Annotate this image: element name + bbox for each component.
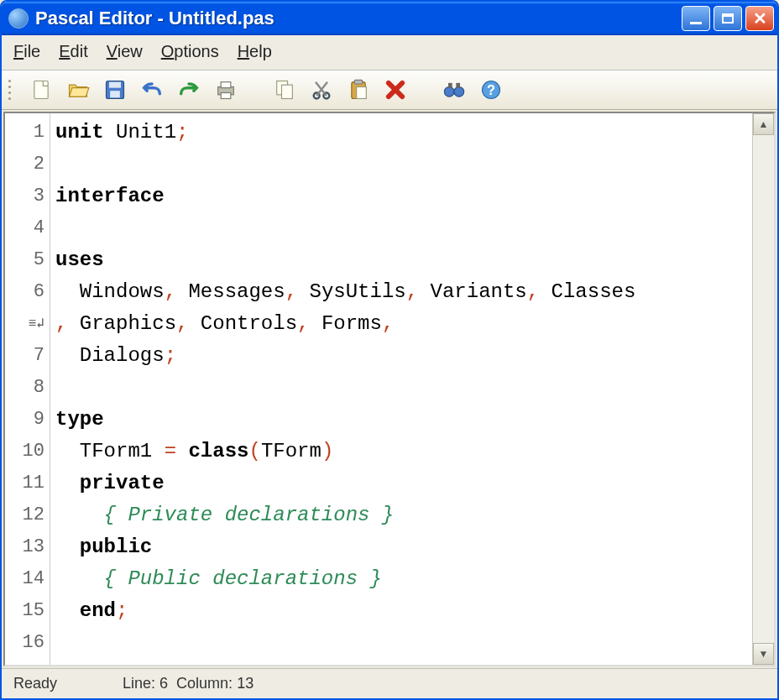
line-number: 1 bbox=[5, 117, 44, 149]
redo-icon bbox=[177, 78, 201, 102]
svg-point-15 bbox=[454, 87, 464, 97]
code-line[interactable] bbox=[55, 212, 752, 244]
window-buttons bbox=[682, 6, 774, 31]
menu-edit[interactable]: Edit bbox=[59, 42, 87, 61]
code-editor[interactable]: unit Unit1; interface uses Windows, Mess… bbox=[50, 113, 752, 665]
delete-icon bbox=[384, 78, 407, 102]
help-button[interactable]: ? bbox=[477, 76, 505, 104]
window-title: Pascal Editor - Untitled.pas bbox=[35, 8, 682, 29]
code-line[interactable]: { Public declarations } bbox=[55, 563, 752, 595]
svg-rect-8 bbox=[282, 85, 293, 98]
code-line[interactable]: Windows, Messages, SysUtils, Variants, C… bbox=[55, 276, 752, 308]
delete-button[interactable] bbox=[381, 76, 410, 104]
code-line[interactable]: private bbox=[55, 468, 752, 499]
code-line[interactable]: end; bbox=[55, 595, 752, 627]
line-number: 10 bbox=[5, 436, 44, 468]
scroll-track[interactable] bbox=[753, 135, 774, 643]
code-line[interactable]: uses bbox=[55, 244, 752, 276]
close-button[interactable] bbox=[745, 6, 774, 31]
menu-file[interactable]: File bbox=[13, 42, 40, 61]
code-line[interactable] bbox=[55, 372, 752, 404]
svg-rect-6 bbox=[221, 93, 231, 99]
redo-button[interactable] bbox=[175, 76, 203, 104]
open-folder-icon bbox=[66, 78, 90, 102]
wrap-indicator-icon: ≡↲ bbox=[5, 308, 44, 340]
code-line[interactable] bbox=[55, 149, 752, 180]
code-line[interactable]: { Private declarations } bbox=[55, 499, 752, 531]
code-line[interactable] bbox=[55, 627, 752, 659]
status-position: Line: 6 Column: 13 bbox=[123, 675, 254, 692]
line-number: 14 bbox=[5, 563, 44, 595]
undo-button[interactable] bbox=[138, 76, 166, 104]
line-number: 3 bbox=[5, 180, 44, 212]
titlebar[interactable]: Pascal Editor - Untitled.pas bbox=[2, 2, 777, 35]
cut-icon bbox=[310, 78, 333, 102]
print-icon bbox=[214, 78, 238, 102]
statusbar: Ready Line: 6 Column: 13 bbox=[2, 668, 777, 698]
line-number: 2 bbox=[5, 149, 44, 180]
line-number: 8 bbox=[5, 372, 44, 404]
paste-button[interactable] bbox=[344, 76, 373, 104]
vertical-scrollbar[interactable]: ▲ ▼ bbox=[752, 113, 774, 665]
app-window: Pascal Editor - Untitled.pas File Edit V… bbox=[0, 0, 779, 700]
find-button[interactable] bbox=[440, 76, 468, 104]
svg-rect-3 bbox=[110, 91, 120, 97]
line-number: 9 bbox=[5, 404, 44, 436]
copy-button[interactable] bbox=[270, 76, 299, 104]
code-line[interactable]: , Graphics, Controls, Forms, bbox=[55, 308, 752, 340]
line-number: 5 bbox=[5, 244, 44, 276]
menu-help[interactable]: Help bbox=[238, 42, 272, 61]
line-number: 11 bbox=[5, 468, 44, 499]
help-icon: ? bbox=[479, 78, 503, 102]
code-line[interactable]: Dialogs; bbox=[55, 340, 752, 372]
line-number: 16 bbox=[5, 627, 44, 659]
line-number: 6 bbox=[5, 276, 44, 308]
svg-rect-0 bbox=[34, 81, 48, 99]
paste-icon bbox=[347, 78, 370, 102]
minimize-button[interactable] bbox=[682, 6, 710, 31]
menubar: File Edit View Options Help bbox=[2, 35, 777, 71]
line-number: 13 bbox=[5, 531, 44, 563]
code-line[interactable]: unit Unit1; bbox=[55, 117, 752, 149]
code-line[interactable]: TForm1 = class(TForm) bbox=[55, 436, 752, 468]
svg-rect-16 bbox=[448, 83, 452, 88]
scroll-up-button[interactable]: ▲ bbox=[753, 113, 774, 135]
status-ready: Ready bbox=[13, 675, 123, 692]
svg-rect-17 bbox=[456, 83, 460, 88]
svg-rect-13 bbox=[357, 87, 367, 99]
svg-point-14 bbox=[444, 87, 454, 97]
menu-view[interactable]: View bbox=[107, 42, 143, 61]
save-button[interactable] bbox=[101, 76, 129, 104]
app-icon bbox=[8, 8, 29, 29]
code-line[interactable]: type bbox=[55, 404, 752, 436]
line-number: 17 bbox=[5, 659, 44, 666]
code-line[interactable]: public bbox=[55, 531, 752, 563]
maximize-button[interactable] bbox=[714, 6, 742, 31]
svg-rect-5 bbox=[221, 82, 231, 88]
code-line[interactable]: interface bbox=[55, 180, 752, 212]
copy-icon bbox=[273, 78, 296, 102]
line-number: 12 bbox=[5, 499, 44, 531]
svg-rect-12 bbox=[354, 80, 362, 84]
code-line[interactable]: var bbox=[55, 659, 752, 666]
undo-icon bbox=[140, 78, 164, 102]
cut-button[interactable] bbox=[307, 76, 336, 104]
line-number: 4 bbox=[5, 212, 44, 244]
toolbar: ? bbox=[2, 71, 777, 110]
menu-options[interactable]: Options bbox=[161, 42, 219, 61]
save-icon bbox=[103, 78, 127, 102]
toolbar-grip[interactable] bbox=[8, 76, 15, 103]
line-number: 15 bbox=[5, 595, 44, 627]
editor-area: 123456≡↲7891011121314151617 unit Unit1; … bbox=[3, 112, 776, 666]
new-file-icon bbox=[29, 78, 53, 102]
line-number-gutter: 123456≡↲7891011121314151617 bbox=[5, 113, 50, 665]
svg-rect-2 bbox=[109, 82, 121, 88]
svg-text:?: ? bbox=[487, 82, 495, 97]
binoculars-icon bbox=[442, 78, 466, 102]
line-number: 7 bbox=[5, 340, 44, 372]
scroll-down-button[interactable]: ▼ bbox=[753, 643, 774, 665]
new-button[interactable] bbox=[27, 76, 55, 104]
print-button[interactable] bbox=[212, 76, 240, 104]
open-button[interactable] bbox=[64, 76, 92, 104]
